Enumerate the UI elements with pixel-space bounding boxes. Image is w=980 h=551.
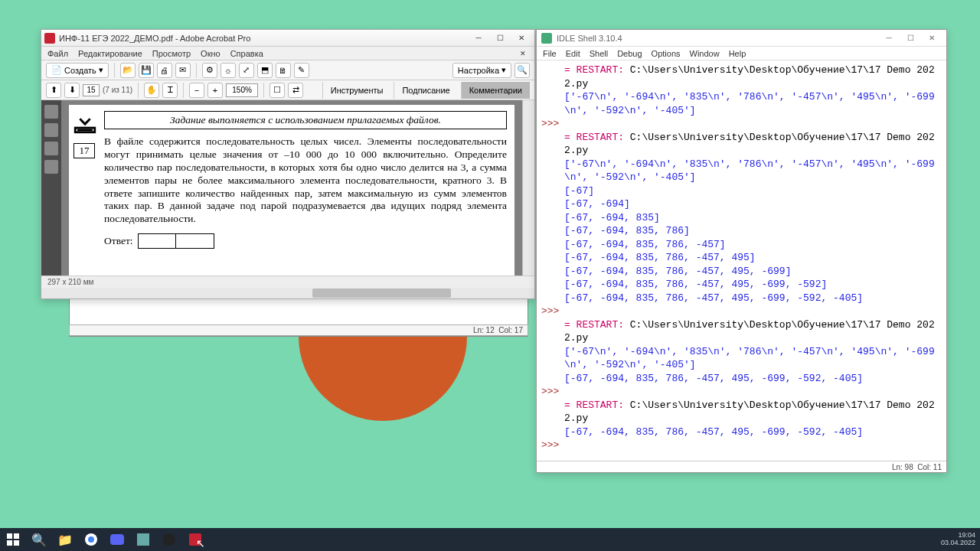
page-down-icon[interactable]: ⬇ xyxy=(64,83,80,98)
tool-icon[interactable]: 🗎 xyxy=(276,63,291,78)
chrome-button[interactable] xyxy=(78,528,104,551)
status-col: Col: 11 xyxy=(917,463,942,471)
acrobat-titlebar[interactable]: ИНФ-11 ЕГЭ 2022_ДЕМО.pdf - Adobe Acrobat… xyxy=(41,30,534,47)
panel-comments[interactable]: Комментарии xyxy=(461,82,530,99)
status-ln: Ln: 12 xyxy=(473,326,495,334)
acrobat-window: ИНФ-11 ЕГЭ 2022_ДЕМО.pdf - Adobe Acrobat… xyxy=(41,29,535,299)
svg-rect-1 xyxy=(7,533,12,539)
settings-button[interactable]: Настройка ▾ xyxy=(452,63,511,78)
tool-icon[interactable]: ⇄ xyxy=(288,83,303,98)
search-icon[interactable]: 🔍 xyxy=(514,63,530,78)
chrome-icon xyxy=(84,533,98,546)
vertical-scrollbar[interactable] xyxy=(522,100,534,276)
svg-point-6 xyxy=(88,536,94,543)
doc-close-icon[interactable]: ✕ xyxy=(518,50,528,57)
menu-help[interactable]: Help xyxy=(729,49,746,58)
panel-sign[interactable]: Подписание xyxy=(394,82,457,99)
close-button[interactable]: ✕ xyxy=(511,32,531,44)
windows-icon xyxy=(7,533,19,546)
horizontal-scrollbar[interactable] xyxy=(41,288,534,298)
zoom-out-icon[interactable]: − xyxy=(189,83,204,98)
save-icon[interactable]: 💾 xyxy=(139,63,154,78)
download-icon xyxy=(72,109,98,135)
window-title: IDLE Shell 3.10.4 xyxy=(557,34,622,43)
maximize-button[interactable]: ☐ xyxy=(490,32,510,44)
menu-shell[interactable]: Shell xyxy=(590,49,608,58)
page-viewport[interactable]: Задание выполняется с использованием при… xyxy=(61,100,522,276)
menu-help[interactable]: Справка xyxy=(230,49,263,58)
signatures-icon[interactable] xyxy=(44,160,58,174)
acrobat-app-icon xyxy=(44,33,55,44)
thumbnails-icon[interactable] xyxy=(44,105,58,119)
tool-icon[interactable]: ✎ xyxy=(294,63,309,78)
menu-edit[interactable]: Edit xyxy=(566,49,580,58)
close-button[interactable]: ✕ xyxy=(922,32,942,44)
zoom-input[interactable] xyxy=(226,83,258,97)
answer-label: Ответ: xyxy=(104,235,133,247)
status-col: Col: 17 xyxy=(498,326,523,334)
shell-output[interactable]: = RESTART: C:\Users\University\Desktop\О… xyxy=(537,60,946,461)
page-count: (7 из 11) xyxy=(103,86,132,94)
background-window-status: Ln: 12 Col: 17 xyxy=(69,324,528,336)
clock-time: 19:04 xyxy=(958,531,975,539)
file-explorer-button[interactable]: 📁 xyxy=(52,528,78,551)
answer-boxes xyxy=(138,233,214,249)
svg-rect-2 xyxy=(14,533,19,539)
pdf-page: Задание выполняется с использованием при… xyxy=(69,105,514,276)
acrobat-menubar: Файл Редактирование Просмотр Окно Справк… xyxy=(41,47,534,60)
idle-statusbar: Ln: 98 Col: 11 xyxy=(537,461,946,472)
menu-file[interactable]: File xyxy=(543,49,557,58)
menu-debug[interactable]: Debug xyxy=(617,49,642,58)
tool-icon[interactable]: ⚙ xyxy=(202,63,217,78)
clock-date: 03.04.2022 xyxy=(941,539,975,546)
acrobat-toolbar-2: ⬆ ⬇ (7 из 11) ✋ Ꮖ − + ☐ ⇄ Инструменты По… xyxy=(41,80,534,100)
idle-titlebar[interactable]: IDLE Shell 3.10.4 ─ ☐ ✕ xyxy=(537,30,946,47)
idle-menubar: File Edit Shell Debug Options Window Hel… xyxy=(537,47,946,60)
menu-edit[interactable]: Редактирование xyxy=(78,49,142,58)
zoom-in-icon[interactable]: + xyxy=(207,83,223,98)
tool-icon[interactable]: ⬒ xyxy=(257,63,273,78)
acrobat-button[interactable] xyxy=(182,528,208,551)
page-dimensions: 297 x 210 мм xyxy=(47,278,93,286)
window-title: ИНФ-11 ЕГЭ 2022_ДЕМО.pdf - Adobe Acrobat… xyxy=(59,34,250,43)
attachments-icon[interactable] xyxy=(44,142,58,155)
acrobat-sidebar xyxy=(41,100,61,276)
app-button[interactable] xyxy=(130,528,156,551)
task-text: В файле содержится последовательность це… xyxy=(104,135,507,226)
menu-view[interactable]: Просмотр xyxy=(152,49,191,58)
hand-tool-icon[interactable]: ✋ xyxy=(144,83,159,98)
mail-icon[interactable]: ✉ xyxy=(175,63,191,78)
obs-button[interactable] xyxy=(156,528,182,551)
python-icon xyxy=(541,33,552,44)
maximize-button[interactable]: ☐ xyxy=(900,32,920,44)
page-number-input[interactable] xyxy=(83,84,100,96)
select-tool-icon[interactable]: Ꮖ xyxy=(162,83,178,98)
svg-rect-3 xyxy=(7,540,12,546)
panel-tools[interactable]: Инструменты xyxy=(322,82,391,99)
start-button[interactable] xyxy=(0,528,26,551)
acrobat-toolbar-1: 📄 Создать ▾ 📂 💾 🖨 ✉ ⚙ ☼ ⤢ ⬒ 🗎 ✎ Настройк… xyxy=(41,60,534,80)
minimize-button[interactable]: ─ xyxy=(469,32,488,44)
print-icon[interactable]: 🖨 xyxy=(157,63,172,78)
tool-icon[interactable]: ☼ xyxy=(220,63,236,78)
tool-icon[interactable]: ⤢ xyxy=(239,63,254,78)
system-tray[interactable]: 19:0403.04.2022 xyxy=(936,532,980,547)
open-icon[interactable]: 📂 xyxy=(120,63,136,78)
discord-button[interactable] xyxy=(104,528,130,551)
menu-window[interactable]: Window xyxy=(690,49,720,58)
tool-icon[interactable]: ☐ xyxy=(270,83,285,98)
minimize-button[interactable]: ─ xyxy=(879,32,899,44)
menu-window[interactable]: Окно xyxy=(201,49,220,58)
task-header: Задание выполняется с использованием при… xyxy=(104,111,507,129)
task-number: 17 xyxy=(74,143,95,158)
idle-window: IDLE Shell 3.10.4 ─ ☐ ✕ File Edit Shell … xyxy=(536,29,947,473)
svg-rect-4 xyxy=(14,540,19,546)
menu-file[interactable]: Файл xyxy=(47,49,68,58)
page-up-icon[interactable]: ⬆ xyxy=(46,83,61,98)
bookmarks-icon[interactable] xyxy=(44,123,58,137)
status-ln: Ln: 98 xyxy=(892,463,913,471)
search-button[interactable]: 🔍 xyxy=(26,528,52,551)
create-button[interactable]: 📄 Создать ▾ xyxy=(46,63,109,78)
taskbar: 🔍 📁 19:0403.04.2022 xyxy=(0,528,980,551)
menu-options[interactable]: Options xyxy=(652,49,681,58)
